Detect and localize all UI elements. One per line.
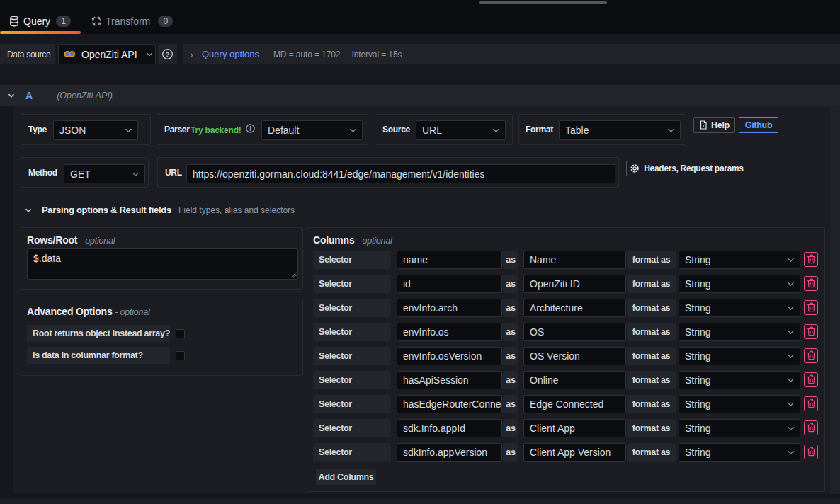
svg-text:i: i [249, 125, 251, 132]
svg-text:?: ? [166, 50, 170, 58]
